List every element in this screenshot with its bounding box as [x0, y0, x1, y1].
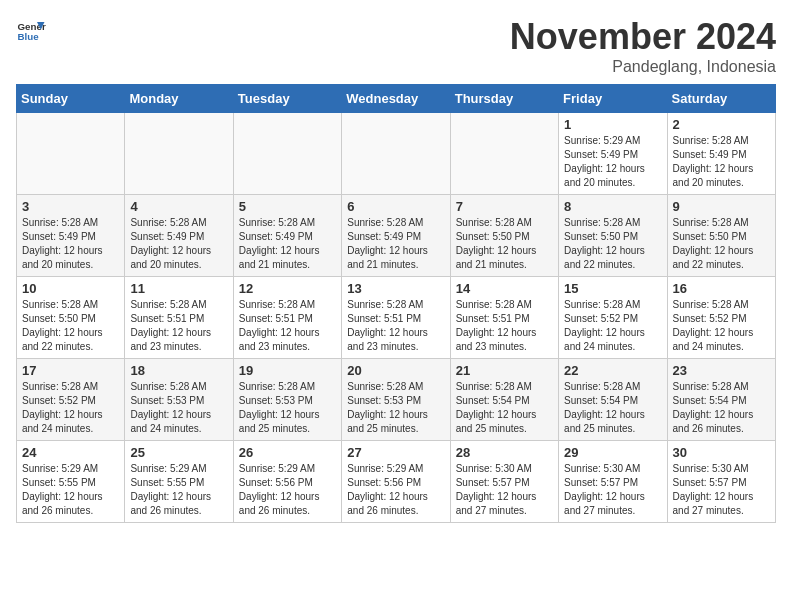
title-area: November 2024 Pandeglang, Indonesia: [510, 16, 776, 76]
calendar-body: 1Sunrise: 5:29 AMSunset: 5:49 PMDaylight…: [17, 113, 776, 523]
day-info: Sunrise: 5:28 AMSunset: 5:49 PMDaylight:…: [239, 216, 336, 272]
day-number: 13: [347, 281, 444, 296]
day-info: Sunrise: 5:29 AMSunset: 5:55 PMDaylight:…: [130, 462, 227, 518]
calendar-cell: [342, 113, 450, 195]
calendar-cell: 23Sunrise: 5:28 AMSunset: 5:54 PMDayligh…: [667, 359, 775, 441]
day-number: 22: [564, 363, 661, 378]
day-info: Sunrise: 5:28 AMSunset: 5:50 PMDaylight:…: [22, 298, 119, 354]
day-number: 18: [130, 363, 227, 378]
page-header: General Blue November 2024 Pandeglang, I…: [16, 16, 776, 76]
calendar-cell: 14Sunrise: 5:28 AMSunset: 5:51 PMDayligh…: [450, 277, 558, 359]
week-row-1: 1Sunrise: 5:29 AMSunset: 5:49 PMDaylight…: [17, 113, 776, 195]
day-info: Sunrise: 5:28 AMSunset: 5:49 PMDaylight:…: [347, 216, 444, 272]
day-number: 15: [564, 281, 661, 296]
day-number: 10: [22, 281, 119, 296]
day-number: 30: [673, 445, 770, 460]
day-number: 1: [564, 117, 661, 132]
calendar-cell: [17, 113, 125, 195]
week-row-4: 17Sunrise: 5:28 AMSunset: 5:52 PMDayligh…: [17, 359, 776, 441]
calendar-cell: 30Sunrise: 5:30 AMSunset: 5:57 PMDayligh…: [667, 441, 775, 523]
calendar-cell: 26Sunrise: 5:29 AMSunset: 5:56 PMDayligh…: [233, 441, 341, 523]
day-number: 27: [347, 445, 444, 460]
day-info: Sunrise: 5:29 AMSunset: 5:56 PMDaylight:…: [347, 462, 444, 518]
calendar-cell: 19Sunrise: 5:28 AMSunset: 5:53 PMDayligh…: [233, 359, 341, 441]
calendar-cell: [125, 113, 233, 195]
day-info: Sunrise: 5:30 AMSunset: 5:57 PMDaylight:…: [456, 462, 553, 518]
day-info: Sunrise: 5:28 AMSunset: 5:52 PMDaylight:…: [564, 298, 661, 354]
day-info: Sunrise: 5:28 AMSunset: 5:51 PMDaylight:…: [456, 298, 553, 354]
day-number: 24: [22, 445, 119, 460]
calendar-cell: 29Sunrise: 5:30 AMSunset: 5:57 PMDayligh…: [559, 441, 667, 523]
day-info: Sunrise: 5:28 AMSunset: 5:50 PMDaylight:…: [673, 216, 770, 272]
day-number: 23: [673, 363, 770, 378]
calendar-cell: 4Sunrise: 5:28 AMSunset: 5:49 PMDaylight…: [125, 195, 233, 277]
calendar-cell: [233, 113, 341, 195]
day-info: Sunrise: 5:28 AMSunset: 5:53 PMDaylight:…: [347, 380, 444, 436]
calendar-cell: 10Sunrise: 5:28 AMSunset: 5:50 PMDayligh…: [17, 277, 125, 359]
day-info: Sunrise: 5:28 AMSunset: 5:53 PMDaylight:…: [130, 380, 227, 436]
header-wednesday: Wednesday: [342, 85, 450, 113]
day-info: Sunrise: 5:30 AMSunset: 5:57 PMDaylight:…: [673, 462, 770, 518]
day-number: 5: [239, 199, 336, 214]
calendar-cell: 17Sunrise: 5:28 AMSunset: 5:52 PMDayligh…: [17, 359, 125, 441]
calendar-cell: 7Sunrise: 5:28 AMSunset: 5:50 PMDaylight…: [450, 195, 558, 277]
day-info: Sunrise: 5:28 AMSunset: 5:50 PMDaylight:…: [564, 216, 661, 272]
day-number: 12: [239, 281, 336, 296]
day-info: Sunrise: 5:28 AMSunset: 5:49 PMDaylight:…: [673, 134, 770, 190]
day-info: Sunrise: 5:28 AMSunset: 5:51 PMDaylight:…: [239, 298, 336, 354]
calendar-cell: 6Sunrise: 5:28 AMSunset: 5:49 PMDaylight…: [342, 195, 450, 277]
day-number: 4: [130, 199, 227, 214]
calendar-cell: 24Sunrise: 5:29 AMSunset: 5:55 PMDayligh…: [17, 441, 125, 523]
calendar-cell: 13Sunrise: 5:28 AMSunset: 5:51 PMDayligh…: [342, 277, 450, 359]
calendar-cell: 5Sunrise: 5:28 AMSunset: 5:49 PMDaylight…: [233, 195, 341, 277]
day-number: 26: [239, 445, 336, 460]
day-number: 2: [673, 117, 770, 132]
calendar-cell: 28Sunrise: 5:30 AMSunset: 5:57 PMDayligh…: [450, 441, 558, 523]
calendar-cell: 20Sunrise: 5:28 AMSunset: 5:53 PMDayligh…: [342, 359, 450, 441]
day-number: 20: [347, 363, 444, 378]
header-thursday: Thursday: [450, 85, 558, 113]
day-number: 14: [456, 281, 553, 296]
day-info: Sunrise: 5:29 AMSunset: 5:55 PMDaylight:…: [22, 462, 119, 518]
day-info: Sunrise: 5:28 AMSunset: 5:50 PMDaylight:…: [456, 216, 553, 272]
header-row: SundayMondayTuesdayWednesdayThursdayFrid…: [17, 85, 776, 113]
header-tuesday: Tuesday: [233, 85, 341, 113]
svg-text:Blue: Blue: [18, 31, 40, 42]
logo: General Blue: [16, 16, 46, 46]
logo-icon: General Blue: [16, 16, 46, 46]
day-number: 29: [564, 445, 661, 460]
calendar-cell: 22Sunrise: 5:28 AMSunset: 5:54 PMDayligh…: [559, 359, 667, 441]
header-saturday: Saturday: [667, 85, 775, 113]
day-number: 19: [239, 363, 336, 378]
day-info: Sunrise: 5:28 AMSunset: 5:54 PMDaylight:…: [564, 380, 661, 436]
calendar-cell: 3Sunrise: 5:28 AMSunset: 5:49 PMDaylight…: [17, 195, 125, 277]
calendar-cell: 27Sunrise: 5:29 AMSunset: 5:56 PMDayligh…: [342, 441, 450, 523]
day-info: Sunrise: 5:29 AMSunset: 5:49 PMDaylight:…: [564, 134, 661, 190]
calendar-cell: 2Sunrise: 5:28 AMSunset: 5:49 PMDaylight…: [667, 113, 775, 195]
calendar-cell: 18Sunrise: 5:28 AMSunset: 5:53 PMDayligh…: [125, 359, 233, 441]
day-info: Sunrise: 5:28 AMSunset: 5:54 PMDaylight:…: [673, 380, 770, 436]
calendar-cell: 15Sunrise: 5:28 AMSunset: 5:52 PMDayligh…: [559, 277, 667, 359]
calendar-table: SundayMondayTuesdayWednesdayThursdayFrid…: [16, 84, 776, 523]
day-info: Sunrise: 5:28 AMSunset: 5:49 PMDaylight:…: [130, 216, 227, 272]
calendar-cell: 8Sunrise: 5:28 AMSunset: 5:50 PMDaylight…: [559, 195, 667, 277]
day-info: Sunrise: 5:28 AMSunset: 5:51 PMDaylight:…: [347, 298, 444, 354]
header-friday: Friday: [559, 85, 667, 113]
day-info: Sunrise: 5:28 AMSunset: 5:52 PMDaylight:…: [673, 298, 770, 354]
day-number: 16: [673, 281, 770, 296]
week-row-5: 24Sunrise: 5:29 AMSunset: 5:55 PMDayligh…: [17, 441, 776, 523]
week-row-3: 10Sunrise: 5:28 AMSunset: 5:50 PMDayligh…: [17, 277, 776, 359]
month-title: November 2024: [510, 16, 776, 58]
day-info: Sunrise: 5:30 AMSunset: 5:57 PMDaylight:…: [564, 462, 661, 518]
day-number: 28: [456, 445, 553, 460]
calendar-cell: 21Sunrise: 5:28 AMSunset: 5:54 PMDayligh…: [450, 359, 558, 441]
calendar-cell: [450, 113, 558, 195]
day-number: 6: [347, 199, 444, 214]
calendar-cell: 11Sunrise: 5:28 AMSunset: 5:51 PMDayligh…: [125, 277, 233, 359]
day-number: 7: [456, 199, 553, 214]
day-info: Sunrise: 5:28 AMSunset: 5:53 PMDaylight:…: [239, 380, 336, 436]
day-info: Sunrise: 5:28 AMSunset: 5:51 PMDaylight:…: [130, 298, 227, 354]
day-number: 25: [130, 445, 227, 460]
calendar-cell: 16Sunrise: 5:28 AMSunset: 5:52 PMDayligh…: [667, 277, 775, 359]
calendar-cell: 12Sunrise: 5:28 AMSunset: 5:51 PMDayligh…: [233, 277, 341, 359]
